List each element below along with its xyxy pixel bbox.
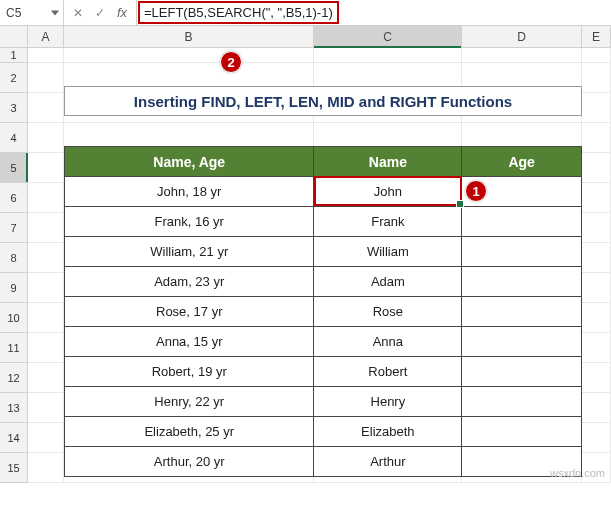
col-header-a[interactable]: A bbox=[28, 26, 64, 48]
row-header-12[interactable]: 12 bbox=[0, 363, 28, 393]
table-cell[interactable]: Arthur bbox=[314, 447, 462, 477]
table-cell[interactable]: Robert bbox=[314, 357, 462, 387]
col-header-c[interactable]: C bbox=[314, 26, 462, 48]
row-header-8[interactable]: 8 bbox=[0, 243, 28, 273]
cell[interactable] bbox=[28, 333, 64, 363]
select-all-triangle[interactable] bbox=[0, 26, 28, 48]
table-cell[interactable] bbox=[462, 327, 582, 357]
page-title: Inserting FIND, LEFT, LEN, MID and RIGHT… bbox=[64, 86, 582, 116]
col-header-b[interactable]: B bbox=[64, 26, 314, 48]
watermark-text: wsxdn.com bbox=[550, 467, 605, 479]
row-header-2[interactable]: 2 bbox=[0, 63, 28, 93]
table-cell[interactable]: John, 18 yr bbox=[65, 177, 314, 207]
table-cell[interactable]: Rose, 17 yr bbox=[65, 297, 314, 327]
cell[interactable] bbox=[462, 48, 582, 63]
cell[interactable] bbox=[582, 183, 611, 213]
row-header-6[interactable]: 6 bbox=[0, 183, 28, 213]
table-cell[interactable] bbox=[462, 387, 582, 417]
row-header-14[interactable]: 14 bbox=[0, 423, 28, 453]
cell[interactable] bbox=[314, 48, 462, 63]
cell[interactable] bbox=[582, 393, 611, 423]
fx-icon[interactable]: fx bbox=[114, 5, 130, 21]
table-cell[interactable]: William, 21 yr bbox=[65, 237, 314, 267]
table-row: William, 21 yrWilliam bbox=[65, 237, 582, 267]
table-cell[interactable]: Robert, 19 yr bbox=[65, 357, 314, 387]
cell[interactable] bbox=[28, 303, 64, 333]
formula-buttons: ✕ ✓ fx bbox=[64, 0, 137, 25]
table-cell[interactable] bbox=[462, 207, 582, 237]
table-cell[interactable]: John bbox=[314, 177, 462, 207]
table-cell[interactable]: Adam, 23 yr bbox=[65, 267, 314, 297]
col-header-d[interactable]: D bbox=[462, 26, 582, 48]
cell[interactable] bbox=[582, 363, 611, 393]
table-row: Rose, 17 yrRose bbox=[65, 297, 582, 327]
cancel-icon[interactable]: ✕ bbox=[70, 5, 86, 21]
table-cell[interactable]: Henry bbox=[314, 387, 462, 417]
table-cell[interactable]: Anna, 15 yr bbox=[65, 327, 314, 357]
row-header-1[interactable]: 1 bbox=[0, 48, 28, 63]
cell[interactable] bbox=[582, 333, 611, 363]
row-header-7[interactable]: 7 bbox=[0, 213, 28, 243]
name-box[interactable]: C5 bbox=[0, 0, 64, 25]
worksheet[interactable]: 1 2 3 4 5 6 7 8 9 10 11 12 13 14 15 Inse… bbox=[0, 48, 611, 483]
cell[interactable] bbox=[64, 48, 314, 63]
cell[interactable] bbox=[28, 153, 64, 183]
table-cell[interactable]: Adam bbox=[314, 267, 462, 297]
table-cell[interactable]: Frank, 16 yr bbox=[65, 207, 314, 237]
cell[interactable] bbox=[582, 273, 611, 303]
row-header-3[interactable]: 3 bbox=[0, 93, 28, 123]
callout-2-icon: 2 bbox=[220, 51, 242, 73]
cell[interactable] bbox=[28, 243, 64, 273]
table-cell[interactable]: Elizabeth bbox=[314, 417, 462, 447]
table-cell[interactable] bbox=[462, 297, 582, 327]
table-cell[interactable] bbox=[462, 417, 582, 447]
table-cell[interactable]: Anna bbox=[314, 327, 462, 357]
table-row: Frank, 16 yrFrank bbox=[65, 207, 582, 237]
row-header-15[interactable]: 15 bbox=[0, 453, 28, 483]
table-cell[interactable] bbox=[462, 237, 582, 267]
cell[interactable] bbox=[28, 93, 64, 123]
col-header-e[interactable]: E bbox=[582, 26, 611, 48]
table-cell[interactable] bbox=[462, 267, 582, 297]
cell[interactable] bbox=[28, 423, 64, 453]
cell[interactable] bbox=[28, 48, 64, 63]
cell[interactable] bbox=[28, 393, 64, 423]
row-header-11[interactable]: 11 bbox=[0, 333, 28, 363]
data-table: Name, Age Name Age John, 18 yrJohnFrank,… bbox=[64, 146, 582, 477]
cell[interactable] bbox=[28, 123, 64, 153]
row-header-10[interactable]: 10 bbox=[0, 303, 28, 333]
cell[interactable] bbox=[582, 243, 611, 273]
cell[interactable] bbox=[582, 423, 611, 453]
table-row: John, 18 yrJohn bbox=[65, 177, 582, 207]
cell[interactable] bbox=[582, 63, 611, 93]
header-age: Age bbox=[462, 147, 582, 177]
cell[interactable] bbox=[582, 93, 611, 123]
row-header-4[interactable]: 4 bbox=[0, 123, 28, 153]
cell[interactable] bbox=[582, 153, 611, 183]
column-headers: A B C D E bbox=[0, 26, 611, 48]
table-row: Arthur, 20 yrArthur bbox=[65, 447, 582, 477]
cell[interactable] bbox=[582, 123, 611, 153]
cell[interactable] bbox=[582, 48, 611, 63]
table-cell[interactable]: Elizabeth, 25 yr bbox=[65, 417, 314, 447]
table-cell[interactable]: Arthur, 20 yr bbox=[65, 447, 314, 477]
table-cell[interactable]: Rose bbox=[314, 297, 462, 327]
cell[interactable] bbox=[28, 273, 64, 303]
row-header-13[interactable]: 13 bbox=[0, 393, 28, 423]
table-cell[interactable]: Frank bbox=[314, 207, 462, 237]
enter-icon[interactable]: ✓ bbox=[92, 5, 108, 21]
cell[interactable] bbox=[582, 303, 611, 333]
table-cell[interactable] bbox=[462, 357, 582, 387]
table-cell[interactable]: William bbox=[314, 237, 462, 267]
cell[interactable] bbox=[28, 183, 64, 213]
row-header-5[interactable]: 5 bbox=[0, 153, 28, 183]
row-header-9[interactable]: 9 bbox=[0, 273, 28, 303]
formula-input[interactable]: =LEFT(B5,SEARCH(", ",B5,1)-1) bbox=[137, 0, 611, 25]
cell[interactable] bbox=[28, 213, 64, 243]
formula-bar: C5 ✕ ✓ fx =LEFT(B5,SEARCH(", ",B5,1)-1) bbox=[0, 0, 611, 26]
table-cell[interactable]: Henry, 22 yr bbox=[65, 387, 314, 417]
cell[interactable] bbox=[28, 363, 64, 393]
cell[interactable] bbox=[28, 453, 64, 483]
cell[interactable] bbox=[28, 63, 64, 93]
cell[interactable] bbox=[582, 213, 611, 243]
